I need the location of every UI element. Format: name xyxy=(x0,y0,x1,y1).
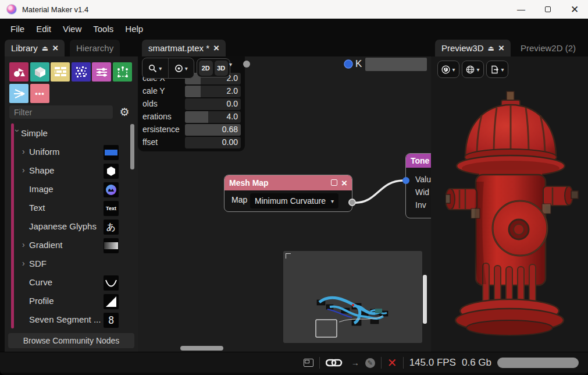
param-slider[interactable]: 0.68 xyxy=(185,124,241,136)
close-icon[interactable]: × xyxy=(341,178,347,188)
category-patterns-icon[interactable] xyxy=(51,62,70,82)
close-icon[interactable]: × xyxy=(52,43,58,53)
gradient-cursor-gray[interactable] xyxy=(243,61,250,68)
tab-preview2d[interactable]: Preview2D (2) xyxy=(514,40,582,56)
tree-item-curve[interactable]: Curve xyxy=(29,273,145,291)
gradient-cursor-blue[interactable] xyxy=(344,60,352,68)
gradient-cursor-bar[interactable] xyxy=(241,56,358,73)
tab-preview3d[interactable]: Preview3D ⏏ × xyxy=(435,40,511,56)
tree-item-seven-segment[interactable]: Seven Segment ... xyxy=(29,310,145,328)
minimize-button[interactable]: — xyxy=(508,0,534,19)
tree-item-uniform[interactable]: › Uniform xyxy=(22,142,138,161)
export-button[interactable]: ▾ xyxy=(486,61,508,78)
minimap-content xyxy=(283,251,422,343)
param-value: 0.00 xyxy=(222,137,238,147)
map-dropdown[interactable]: Minimum Curvature ▾ xyxy=(250,193,338,208)
tone-param-label: Inv xyxy=(415,200,426,210)
chevron-right-icon[interactable]: › xyxy=(22,165,29,175)
graph-vertical-scrollbar[interactable] xyxy=(423,275,427,324)
maximize-icon xyxy=(545,6,551,12)
node-mesh-map-header[interactable]: Mesh Map × xyxy=(224,175,352,190)
graph-minimap[interactable] xyxy=(283,251,422,343)
app-window: Material Maker v1.4 — ✕ File Edit View T… xyxy=(0,0,588,375)
chevron-right-icon[interactable]: › xyxy=(22,147,29,156)
tree-item-image[interactable]: Image xyxy=(29,179,145,198)
browse-community-nodes-button[interactable]: Browse Community Nodes xyxy=(8,333,134,348)
tree-item-label: Profile xyxy=(29,296,54,306)
graph-panel[interactable]: cale X 2.0 cale Y 2.0 olds 0.0 erations … xyxy=(138,56,431,352)
graph-horizontal-scrollbar[interactable] xyxy=(180,346,223,351)
caret-down-icon: ▾ xyxy=(476,66,479,73)
param-slider[interactable]: 2.0 xyxy=(185,86,241,97)
output-port[interactable] xyxy=(348,199,356,206)
filter-input[interactable] xyxy=(9,105,113,119)
menu-tools[interactable]: Tools xyxy=(87,22,119,36)
menu-edit[interactable]: Edit xyxy=(30,22,57,36)
map-dropdown-value: Minimum Curvature xyxy=(255,196,326,206)
gear-icon[interactable]: ⚙ xyxy=(117,104,132,119)
zoom-menu-button[interactable]: ▾ xyxy=(142,58,169,78)
tree-item-profile[interactable]: Profile xyxy=(29,291,145,310)
tree-item-gradient[interactable]: › Gradient xyxy=(22,235,138,254)
float-panel-icon[interactable]: ⏏ xyxy=(42,44,48,52)
param-label: cale Y xyxy=(142,86,165,95)
maximize-button[interactable] xyxy=(534,0,561,19)
float-panel-icon[interactable]: ⏏ xyxy=(488,44,494,52)
category-simple-shapes-icon[interactable] xyxy=(9,62,28,82)
tab-hierarchy[interactable]: Hierarchy xyxy=(70,40,120,56)
japanese-glyph-icon: あ xyxy=(104,220,119,235)
category-miscellaneous-icon[interactable] xyxy=(9,84,28,103)
tree-item-text[interactable]: Text xyxy=(29,198,145,217)
preview-2d-button[interactable]: 2D xyxy=(199,61,213,76)
error-indicator-icon[interactable]: ✕ xyxy=(387,357,397,369)
library-scrollbar[interactable] xyxy=(130,124,134,169)
category-3d-shapes-icon[interactable] xyxy=(30,62,49,82)
close-icon[interactable]: × xyxy=(498,43,504,53)
tree-item-label: Japanese Glyphs xyxy=(29,221,97,231)
preview3d-panel[interactable]: ▾ ▾ ▾ xyxy=(431,56,588,352)
close-icon[interactable]: × xyxy=(213,43,219,53)
category-filters-icon[interactable] xyxy=(92,62,111,82)
tab-library[interactable]: Library ⏏ × xyxy=(5,40,65,56)
node-mesh-map[interactable]: Mesh Map × Map Minimum Curvature ▾ xyxy=(224,175,352,212)
tree-item-label: Shape xyxy=(29,165,54,175)
tree-item-simple[interactable]: › Simple xyxy=(14,123,130,142)
category-noise-icon[interactable] xyxy=(72,62,91,82)
param-slider[interactable]: 0.00 xyxy=(185,137,241,148)
close-button[interactable]: ✕ xyxy=(561,0,588,19)
tree-item-label: Seven Segment ... xyxy=(29,314,101,324)
category-workflow-icon[interactable] xyxy=(113,62,132,82)
param-slider[interactable]: 0.0 xyxy=(185,98,241,110)
menu-help[interactable]: Help xyxy=(119,22,149,36)
tree-item-sdf[interactable]: › SDF xyxy=(22,254,138,273)
menu-file[interactable]: File xyxy=(5,22,30,36)
graph-view-toolbar: ▾ ▾ xyxy=(142,58,194,79)
grayscale-gradient-box[interactable] xyxy=(365,58,427,71)
input-port[interactable] xyxy=(402,177,409,184)
view-options-button[interactable]: ▾ xyxy=(169,58,194,78)
node-title: Tone xyxy=(411,156,429,165)
preview-3d-button[interactable]: 3D xyxy=(215,61,229,76)
fire-hydrant-3d-model[interactable] xyxy=(446,89,579,339)
param-slider[interactable]: 4.0 xyxy=(185,111,241,123)
tab-document[interactable]: smartmat.ptex * × xyxy=(142,40,226,56)
tree-item-shape[interactable]: › Shape xyxy=(22,161,138,179)
menu-view[interactable]: View xyxy=(57,22,87,36)
node-tone[interactable]: Tone Valu Wid Inv xyxy=(405,153,431,218)
tree-item-japanese-glyphs[interactable]: Japanese Glyphs xyxy=(29,217,145,235)
caret-down-icon[interactable]: ▾ xyxy=(229,61,232,68)
param-label: ersistence xyxy=(142,125,180,134)
link-icon[interactable] xyxy=(326,359,345,367)
chevron-right-icon[interactable]: › xyxy=(22,240,29,249)
minimap-viewport[interactable] xyxy=(316,320,337,337)
preview-toggle-icon[interactable] xyxy=(331,179,337,187)
category-more-icon[interactable]: ••• xyxy=(30,84,49,103)
node-tone-header[interactable]: Tone xyxy=(406,154,431,168)
chevron-right-icon[interactable]: › xyxy=(22,259,29,268)
tab-hierarchy-label: Hierarchy xyxy=(76,43,113,53)
caret-down-icon: ▾ xyxy=(331,198,334,204)
environment-select-button[interactable]: ▾ xyxy=(462,61,484,78)
model-select-button[interactable]: ▾ xyxy=(437,61,459,78)
chevron-down-icon[interactable]: › xyxy=(13,129,22,136)
window-frame-icon[interactable] xyxy=(304,359,313,367)
